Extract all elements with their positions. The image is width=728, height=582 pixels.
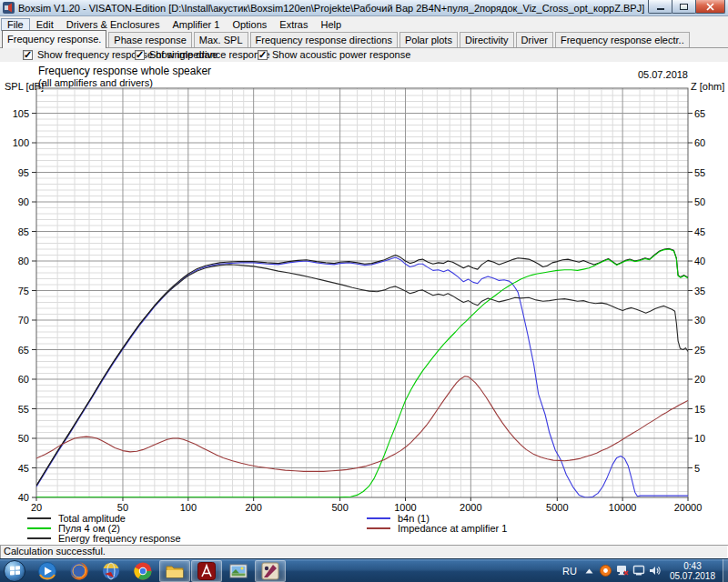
y-left-tick-label: 90	[18, 196, 29, 207]
windows-flag-icon	[9, 565, 21, 577]
tab-frequency-response-electrical[interactable]: Frequency response electr..	[555, 32, 690, 47]
title-bar: Boxsim V1.20 - VISATON-Edition [D:\Insta…	[0, 0, 728, 16]
y-left-tick-label: 75	[18, 286, 29, 296]
legend-swatch	[367, 517, 390, 519]
taskbar-firefox-button[interactable]	[64, 560, 95, 582]
x-tick-label: 100	[180, 502, 197, 513]
y-left-tick-label: 40	[18, 492, 29, 503]
tab-polar-plots[interactable]: Polar plots	[399, 32, 458, 47]
taskbar-media-player-button[interactable]	[32, 560, 63, 582]
y-left-tick-label: 95	[18, 167, 29, 178]
window-title: Boxsim V1.20 - VISATON-Edition [D:\Insta…	[18, 3, 728, 14]
display-tray-icon[interactable]	[632, 564, 646, 578]
x-tick-label: 10000	[609, 502, 637, 513]
taskbar: RU 0:43 05.07.2018	[0, 558, 728, 582]
checkbox-checked-icon[interactable]	[23, 50, 33, 60]
taskbar-photo-viewer-button[interactable]	[223, 560, 254, 582]
legend-swatch	[27, 537, 51, 539]
checkbox-impedance[interactable]: Show impedance response	[135, 49, 270, 60]
y-left-tick-label: 100	[13, 137, 29, 148]
y-right-tick-label: 15	[694, 404, 705, 415]
checkbox-checked-icon[interactable]	[258, 50, 268, 60]
menu-file[interactable]: File	[1, 18, 30, 31]
y-right-tick-label: 55	[694, 167, 705, 178]
y-right-tick-label: 10	[694, 433, 705, 444]
chrome-icon	[133, 561, 153, 581]
tab-frequency-response[interactable]: Frequency response.	[2, 30, 106, 48]
app-icon	[3, 2, 15, 14]
curve-b4n-1-	[36, 257, 688, 497]
curve-energy-frequency-response	[36, 265, 688, 486]
photo-viewer-icon	[228, 561, 248, 581]
chart-panel: Frequency response whole speaker (all am…	[0, 62, 728, 545]
legend-swatch	[27, 527, 51, 529]
close-button[interactable]	[695, 0, 725, 14]
menu-bar: File Edit Drivers & Enclosures Amplifier…	[0, 16, 728, 32]
chevron-up-icon	[585, 568, 593, 574]
network-tray-icon[interactable]	[615, 564, 630, 578]
globe-browser-icon	[101, 561, 121, 581]
maximize-icon	[680, 4, 688, 10]
options-bar: Show frequency response of single drive …	[0, 48, 728, 62]
legend-label: Impedance at amplifier 1	[398, 523, 507, 534]
menu-drivers-enclosures[interactable]: Drivers & Enclosures	[60, 18, 167, 31]
tab-directivity[interactable]: Directivity	[460, 32, 514, 47]
legend-swatch	[27, 517, 51, 519]
x-tick-label: 5000	[546, 502, 568, 513]
tab-frequency-response-directions[interactable]: Frequency response directions	[250, 32, 398, 47]
checkbox-checked-icon[interactable]	[135, 50, 145, 60]
x-tick-label: 500	[331, 502, 348, 513]
menu-amplifier-1[interactable]: Amplifier 1	[166, 18, 226, 31]
tab-driver[interactable]: Driver	[516, 32, 553, 47]
taskbar-acrobat-button[interactable]	[191, 560, 222, 582]
y-right-tick-label: 50	[694, 196, 705, 207]
taskbar-clock[interactable]: 0:43 05.07.2018	[664, 561, 721, 581]
x-tick-label: 1000	[394, 502, 416, 513]
y-right-tick-label: 5	[694, 463, 700, 474]
acrobat-icon	[197, 561, 217, 581]
menu-extras[interactable]: Extras	[273, 18, 314, 31]
menu-options[interactable]: Options	[226, 18, 273, 31]
y-right-tick-label: 45	[694, 226, 705, 237]
y-left-tick-label: 50	[18, 433, 29, 444]
legend-item-impedance: Impedance at amplifier 1	[367, 523, 507, 534]
y-left-tick-label: 70	[18, 315, 29, 326]
taskbar-explorer-button[interactable]	[159, 560, 190, 582]
minimize-icon	[657, 8, 664, 10]
language-indicator[interactable]: RU	[557, 566, 582, 577]
legend-swatch	[367, 527, 390, 529]
chart-svg: 4045505560657075808590951001055101520253…	[0, 62, 728, 545]
tab-bar: Frequency response. Phase response Max. …	[0, 32, 728, 48]
start-button[interactable]	[4, 560, 25, 582]
y-left-tick-label: 60	[18, 374, 29, 385]
y-right-tick-label: 60	[694, 137, 705, 148]
x-tick-label: 2000	[460, 502, 481, 513]
app-window: Boxsim V1.20 - VISATON-Edition [D:\Insta…	[0, 0, 728, 582]
checkbox-label: Show acoustic power response	[272, 49, 410, 60]
clock-time: 0:43	[670, 561, 715, 571]
y-right-tick-label: 20	[694, 374, 705, 385]
checkbox-acoustic-power[interactable]: Show acoustic power response	[258, 49, 410, 60]
legend-label: Energy frequency response	[58, 533, 181, 544]
y-right-tick-label: 65	[694, 108, 705, 119]
taskbar-chrome-button[interactable]	[127, 560, 158, 582]
tab-phase-response[interactable]: Phase response	[108, 32, 192, 47]
taskbar-project-app-button[interactable]	[255, 560, 286, 582]
menu-help[interactable]: Help	[314, 18, 348, 31]
clock-date: 05.07.2018	[670, 571, 715, 581]
tab-max-spl[interactable]: Max. SPL	[194, 32, 248, 47]
y-left-tick-label: 55	[18, 404, 29, 415]
minimize-button[interactable]	[648, 0, 672, 14]
menu-edit[interactable]: Edit	[30, 18, 60, 31]
volume-tray-icon[interactable]	[648, 564, 662, 578]
antivirus-tray-icon[interactable]	[599, 564, 613, 578]
taskbar-globe-browser-button[interactable]	[96, 560, 126, 582]
x-tick-label: 50	[117, 502, 128, 513]
hidden-icons-button[interactable]	[582, 564, 597, 578]
y-left-tick-label: 80	[18, 256, 29, 266]
x-tick-label: 20000	[674, 502, 703, 513]
y-right-tick-label: 30	[694, 315, 705, 326]
maximize-button[interactable]	[672, 0, 696, 14]
show-desktop-button[interactable]	[723, 559, 728, 582]
status-bar: Calculation successful.	[0, 545, 728, 558]
